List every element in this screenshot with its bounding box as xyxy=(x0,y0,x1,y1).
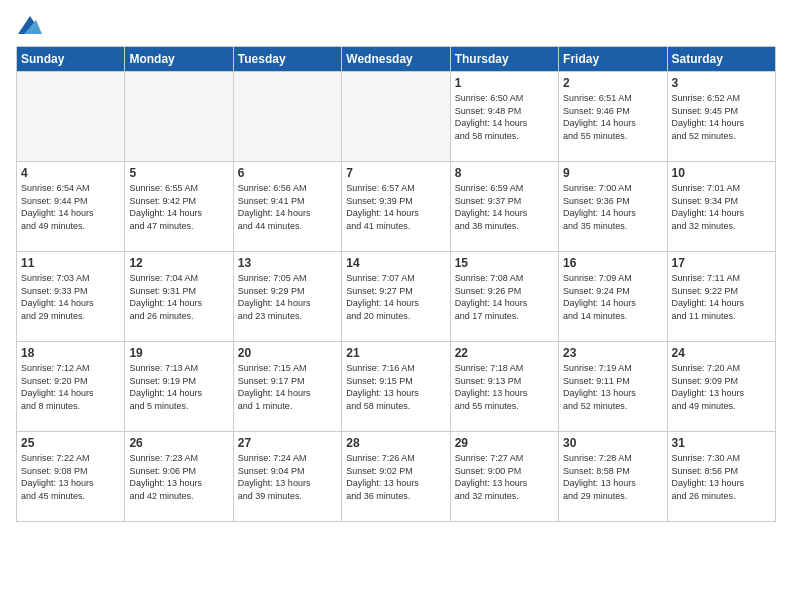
day-of-week-header: Sunday xyxy=(17,47,125,72)
calendar-header-row: SundayMondayTuesdayWednesdayThursdayFrid… xyxy=(17,47,776,72)
day-info: Sunrise: 6:59 AM Sunset: 9:37 PM Dayligh… xyxy=(455,182,554,232)
day-info: Sunrise: 6:54 AM Sunset: 9:44 PM Dayligh… xyxy=(21,182,120,232)
calendar-week-row: 18Sunrise: 7:12 AM Sunset: 9:20 PM Dayli… xyxy=(17,342,776,432)
calendar-day-cell: 1Sunrise: 6:50 AM Sunset: 9:48 PM Daylig… xyxy=(450,72,558,162)
day-number: 1 xyxy=(455,76,554,90)
day-number: 16 xyxy=(563,256,662,270)
day-info: Sunrise: 7:05 AM Sunset: 9:29 PM Dayligh… xyxy=(238,272,337,322)
logo-icon xyxy=(18,16,42,34)
day-number: 24 xyxy=(672,346,771,360)
day-number: 3 xyxy=(672,76,771,90)
day-of-week-header: Friday xyxy=(559,47,667,72)
day-info: Sunrise: 7:09 AM Sunset: 9:24 PM Dayligh… xyxy=(563,272,662,322)
calendar-day-cell: 30Sunrise: 7:28 AM Sunset: 8:58 PM Dayli… xyxy=(559,432,667,522)
calendar-day-cell: 25Sunrise: 7:22 AM Sunset: 9:08 PM Dayli… xyxy=(17,432,125,522)
day-number: 12 xyxy=(129,256,228,270)
calendar-day-cell: 9Sunrise: 7:00 AM Sunset: 9:36 PM Daylig… xyxy=(559,162,667,252)
day-number: 15 xyxy=(455,256,554,270)
day-number: 13 xyxy=(238,256,337,270)
calendar-day-cell: 8Sunrise: 6:59 AM Sunset: 9:37 PM Daylig… xyxy=(450,162,558,252)
calendar-day-cell: 15Sunrise: 7:08 AM Sunset: 9:26 PM Dayli… xyxy=(450,252,558,342)
day-info: Sunrise: 7:00 AM Sunset: 9:36 PM Dayligh… xyxy=(563,182,662,232)
day-info: Sunrise: 7:24 AM Sunset: 9:04 PM Dayligh… xyxy=(238,452,337,502)
calendar-day-cell: 10Sunrise: 7:01 AM Sunset: 9:34 PM Dayli… xyxy=(667,162,775,252)
calendar-day-cell xyxy=(233,72,341,162)
day-info: Sunrise: 6:55 AM Sunset: 9:42 PM Dayligh… xyxy=(129,182,228,232)
calendar-day-cell: 28Sunrise: 7:26 AM Sunset: 9:02 PM Dayli… xyxy=(342,432,450,522)
calendar-day-cell: 18Sunrise: 7:12 AM Sunset: 9:20 PM Dayli… xyxy=(17,342,125,432)
calendar-day-cell: 3Sunrise: 6:52 AM Sunset: 9:45 PM Daylig… xyxy=(667,72,775,162)
day-info: Sunrise: 7:22 AM Sunset: 9:08 PM Dayligh… xyxy=(21,452,120,502)
day-info: Sunrise: 7:26 AM Sunset: 9:02 PM Dayligh… xyxy=(346,452,445,502)
calendar-day-cell: 7Sunrise: 6:57 AM Sunset: 9:39 PM Daylig… xyxy=(342,162,450,252)
day-info: Sunrise: 7:23 AM Sunset: 9:06 PM Dayligh… xyxy=(129,452,228,502)
day-number: 5 xyxy=(129,166,228,180)
day-info: Sunrise: 7:20 AM Sunset: 9:09 PM Dayligh… xyxy=(672,362,771,412)
calendar-day-cell xyxy=(17,72,125,162)
day-info: Sunrise: 7:01 AM Sunset: 9:34 PM Dayligh… xyxy=(672,182,771,232)
calendar-day-cell: 4Sunrise: 6:54 AM Sunset: 9:44 PM Daylig… xyxy=(17,162,125,252)
day-number: 23 xyxy=(563,346,662,360)
day-info: Sunrise: 7:18 AM Sunset: 9:13 PM Dayligh… xyxy=(455,362,554,412)
calendar-day-cell: 29Sunrise: 7:27 AM Sunset: 9:00 PM Dayli… xyxy=(450,432,558,522)
calendar-day-cell: 12Sunrise: 7:04 AM Sunset: 9:31 PM Dayli… xyxy=(125,252,233,342)
day-number: 2 xyxy=(563,76,662,90)
calendar-week-row: 4Sunrise: 6:54 AM Sunset: 9:44 PM Daylig… xyxy=(17,162,776,252)
day-info: Sunrise: 7:28 AM Sunset: 8:58 PM Dayligh… xyxy=(563,452,662,502)
calendar-day-cell: 19Sunrise: 7:13 AM Sunset: 9:19 PM Dayli… xyxy=(125,342,233,432)
calendar-day-cell: 21Sunrise: 7:16 AM Sunset: 9:15 PM Dayli… xyxy=(342,342,450,432)
day-info: Sunrise: 7:27 AM Sunset: 9:00 PM Dayligh… xyxy=(455,452,554,502)
day-number: 19 xyxy=(129,346,228,360)
day-number: 29 xyxy=(455,436,554,450)
day-info: Sunrise: 7:12 AM Sunset: 9:20 PM Dayligh… xyxy=(21,362,120,412)
page-header xyxy=(16,16,776,34)
calendar-day-cell: 31Sunrise: 7:30 AM Sunset: 8:56 PM Dayli… xyxy=(667,432,775,522)
day-number: 14 xyxy=(346,256,445,270)
day-number: 25 xyxy=(21,436,120,450)
day-number: 31 xyxy=(672,436,771,450)
calendar-body: 1Sunrise: 6:50 AM Sunset: 9:48 PM Daylig… xyxy=(17,72,776,522)
day-info: Sunrise: 6:52 AM Sunset: 9:45 PM Dayligh… xyxy=(672,92,771,142)
day-number: 7 xyxy=(346,166,445,180)
day-of-week-header: Tuesday xyxy=(233,47,341,72)
calendar-day-cell: 27Sunrise: 7:24 AM Sunset: 9:04 PM Dayli… xyxy=(233,432,341,522)
calendar-day-cell: 14Sunrise: 7:07 AM Sunset: 9:27 PM Dayli… xyxy=(342,252,450,342)
calendar-day-cell: 17Sunrise: 7:11 AM Sunset: 9:22 PM Dayli… xyxy=(667,252,775,342)
calendar-day-cell: 13Sunrise: 7:05 AM Sunset: 9:29 PM Dayli… xyxy=(233,252,341,342)
day-number: 21 xyxy=(346,346,445,360)
day-number: 17 xyxy=(672,256,771,270)
day-number: 10 xyxy=(672,166,771,180)
day-number: 30 xyxy=(563,436,662,450)
day-number: 27 xyxy=(238,436,337,450)
day-number: 6 xyxy=(238,166,337,180)
calendar-day-cell: 22Sunrise: 7:18 AM Sunset: 9:13 PM Dayli… xyxy=(450,342,558,432)
calendar-day-cell: 23Sunrise: 7:19 AM Sunset: 9:11 PM Dayli… xyxy=(559,342,667,432)
day-info: Sunrise: 6:56 AM Sunset: 9:41 PM Dayligh… xyxy=(238,182,337,232)
calendar-day-cell: 20Sunrise: 7:15 AM Sunset: 9:17 PM Dayli… xyxy=(233,342,341,432)
day-info: Sunrise: 7:16 AM Sunset: 9:15 PM Dayligh… xyxy=(346,362,445,412)
day-info: Sunrise: 7:07 AM Sunset: 9:27 PM Dayligh… xyxy=(346,272,445,322)
calendar-week-row: 11Sunrise: 7:03 AM Sunset: 9:33 PM Dayli… xyxy=(17,252,776,342)
day-number: 11 xyxy=(21,256,120,270)
calendar-week-row: 25Sunrise: 7:22 AM Sunset: 9:08 PM Dayli… xyxy=(17,432,776,522)
calendar-day-cell: 5Sunrise: 6:55 AM Sunset: 9:42 PM Daylig… xyxy=(125,162,233,252)
day-info: Sunrise: 7:03 AM Sunset: 9:33 PM Dayligh… xyxy=(21,272,120,322)
day-of-week-header: Monday xyxy=(125,47,233,72)
calendar-table: SundayMondayTuesdayWednesdayThursdayFrid… xyxy=(16,46,776,522)
day-of-week-header: Thursday xyxy=(450,47,558,72)
day-number: 4 xyxy=(21,166,120,180)
logo xyxy=(16,16,42,34)
day-number: 18 xyxy=(21,346,120,360)
day-number: 9 xyxy=(563,166,662,180)
day-number: 8 xyxy=(455,166,554,180)
calendar-day-cell xyxy=(342,72,450,162)
calendar-week-row: 1Sunrise: 6:50 AM Sunset: 9:48 PM Daylig… xyxy=(17,72,776,162)
calendar-day-cell xyxy=(125,72,233,162)
day-number: 28 xyxy=(346,436,445,450)
day-of-week-header: Wednesday xyxy=(342,47,450,72)
day-info: Sunrise: 7:11 AM Sunset: 9:22 PM Dayligh… xyxy=(672,272,771,322)
day-number: 20 xyxy=(238,346,337,360)
calendar-day-cell: 16Sunrise: 7:09 AM Sunset: 9:24 PM Dayli… xyxy=(559,252,667,342)
day-number: 26 xyxy=(129,436,228,450)
calendar-day-cell: 24Sunrise: 7:20 AM Sunset: 9:09 PM Dayli… xyxy=(667,342,775,432)
